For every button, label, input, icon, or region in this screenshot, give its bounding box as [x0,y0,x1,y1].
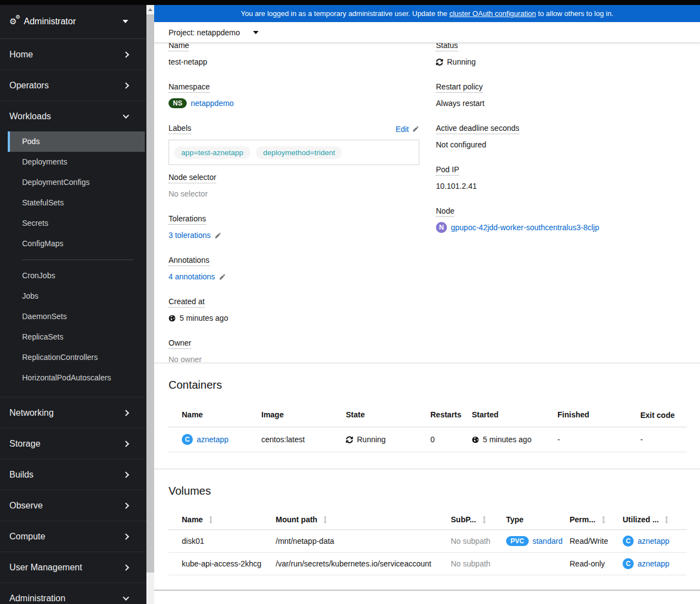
field-status: Status Running [436,43,687,67]
sidebar-item-statefulsets[interactable]: StatefulSets [8,193,146,213]
active-deadline-seconds-value: Not configured [436,140,486,149]
chevron-right-icon [123,51,129,57]
sidebar-item-administration[interactable]: Administration [0,582,146,604]
sidebar-item-storage[interactable]: Storage [0,428,146,459]
sidebar-item-daemonsets[interactable]: DaemonSets [8,306,146,327]
volume-utilized-by-link[interactable]: aznetapp [638,559,670,568]
volume-row: kube-api-access-2khcg /var/run/secrets/k… [169,553,687,575]
volume-name: kube-api-access-2khcg [182,559,261,568]
sidebar-item-label: Storage [9,439,40,449]
sidebar-item-observe[interactable]: Observe [0,490,146,521]
field-node-selector: Node selector No selector [169,173,419,199]
sidebar-item-label: Observe [9,501,43,511]
project-bar: Project: netappdemo [154,22,700,43]
chevron-right-icon [123,82,129,88]
edit-labels-label: Edit [396,125,409,134]
top-strip [0,0,700,5]
container-state: Running [357,435,386,444]
column-header-permissions[interactable]: Perm... [556,510,609,529]
container-row: C aznetapp centos:latest Running 0 5 min… [169,427,687,452]
pencil-icon[interactable] [214,232,222,239]
container-badge: C [623,558,634,569]
perspective-switcher[interactable]: ⚙⚙ Administrator [0,5,146,39]
sidebar-item-secrets[interactable]: Secrets [8,213,146,234]
pencil-icon[interactable] [219,273,226,280]
volume-mount-path: /var/run/secrets/kubernetes.io/serviceac… [276,559,431,568]
node-link[interactable]: gpupoc-42jdd-worker-southcentralus3-8clj… [451,223,599,232]
sidebar-item-operators[interactable]: Operators [0,70,146,100]
sort-icon[interactable] [323,516,328,524]
pencil-icon [412,125,419,133]
banner-text-suffix: to allow others to log in. [536,9,613,18]
sidebar-item-replicationcontrollers[interactable]: ReplicationControllers [8,347,146,368]
caret-down-icon [123,20,128,23]
pod-details-section: Name test-netapp Namespace NS netappdemo… [154,43,700,363]
column-header-subpath[interactable]: SubP... [438,510,493,529]
owner-value: No owner [169,355,202,363]
field-tolerations: Tolerations 3 tolerations [169,214,419,241]
volume-utilized-by-link[interactable]: aznetapp [638,537,670,545]
label-chip[interactable]: app=test-aznetapp [174,146,250,159]
labels-label: Labels [169,124,191,134]
field-created-at: Created at 5 minutes ago [169,297,419,324]
project-selector-label: Project: netappdemo [169,28,240,37]
sidebar-item-pods[interactable]: Pods [8,131,145,152]
column-header-type[interactable]: Type [493,510,556,529]
column-header-utilized-by[interactable]: Utilized ... [609,510,687,529]
sidebar-item-home[interactable]: Home [0,39,146,70]
annotations-link[interactable]: 4 annotations [169,272,215,281]
restart-policy-label: Restart policy [436,82,483,93]
containers-table: Name Image State Restarts Started Finish… [169,404,687,452]
sidebar-item-builds[interactable]: Builds [0,459,146,490]
sort-icon[interactable] [208,516,213,524]
sidebar-item-label: Administration [9,594,65,603]
sidebar-item-jobs[interactable]: Jobs [8,286,146,306]
sidebar-item-compute[interactable]: Compute [0,521,146,552]
sync-running-icon [346,436,353,443]
containers-table-header: Name Image State Restarts Started Finish… [169,404,687,427]
temp-admin-banner: You are logged in as a temporary adminis… [154,5,700,22]
chevron-down-icon [123,112,129,118]
sidebar-item-configmaps[interactable]: ConfigMaps [8,234,146,254]
node-label: Node [436,206,454,217]
sort-icon[interactable] [664,516,669,524]
sidebar-item-deploymentconfigs[interactable]: DeploymentConfigs [8,172,146,193]
volumes-table: Name Mount path SubP... Type [169,510,687,575]
label-chip[interactable]: deploymethod=trident [256,146,342,159]
column-header-state: State [333,404,417,426]
column-header-mount-path[interactable]: Mount path [262,510,438,529]
cluster-oauth-configuration-link[interactable]: cluster OAuth configuration [449,9,536,18]
sidebar-item-label: Networking [9,408,54,418]
sidebar-item-networking[interactable]: Networking [0,397,146,428]
scrollbar-thumb[interactable] [146,14,154,573]
volumes-table-header: Name Mount path SubP... Type [169,510,687,530]
workloads-subnav: Pods Deployments DeploymentConfigs State… [0,131,146,397]
page-scrollbar[interactable] [146,5,154,604]
sidebar-item-horizontalpodautoscalers[interactable]: HorizontalPodAutoscalers [8,368,146,388]
node-selector-label: Node selector [169,173,216,183]
sync-running-icon [436,59,443,66]
sidebar-item-cronjobs[interactable]: CronJobs [8,266,146,286]
column-header-name[interactable]: Name [169,510,262,529]
edit-labels-button[interactable]: Edit [396,125,419,134]
scrollbar-up-button[interactable] [146,5,154,14]
sort-icon[interactable] [482,516,487,524]
sort-icon[interactable] [601,516,606,524]
sidebar-item-workloads[interactable]: Workloads [0,100,146,131]
project-selector[interactable]: Project: netappdemo [169,22,259,43]
sidebar-item-replicasets[interactable]: ReplicaSets [8,327,146,347]
tolerations-link[interactable]: 3 tolerations [169,231,210,240]
sidebar-item-user-management[interactable]: User Management [0,552,146,582]
sidebar-nav: ⚙⚙ Administrator Home Operators Workload… [0,5,146,604]
banner-text-prefix: You are logged in as a temporary adminis… [241,9,449,18]
chevron-down-icon [123,594,129,600]
container-started: 5 minutes ago [483,435,531,444]
scrollbar-up-arrow-icon [148,8,152,11]
field-pod-ip: Pod IP 10.101.2.41 [436,165,687,192]
sidebar-item-deployments[interactable]: Deployments [8,152,146,172]
container-name-link[interactable]: aznetapp [197,435,229,444]
column-header-exit-code: Exit code [627,404,687,427]
namespace-link[interactable]: netappdemo [191,99,234,108]
field-owner: Owner No owner [169,338,419,363]
sidebar-item-label: User Management [9,563,82,573]
